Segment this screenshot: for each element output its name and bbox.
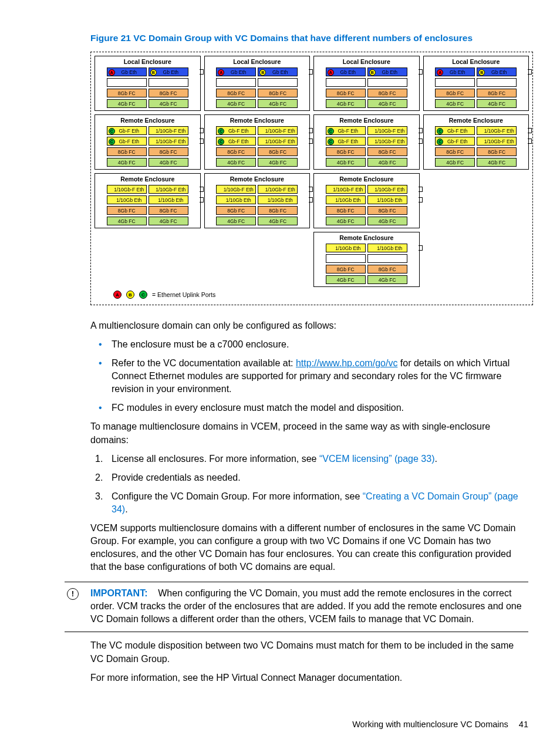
uplink-port: C [437, 128, 443, 134]
enclosure: Remote EnclosureCGb-F Eth1/10Gb-F EthCGb… [204, 114, 311, 170]
module-slot: 4Gb FC [258, 217, 298, 225]
module-row: 8Gb FC8Gb FC [97, 147, 198, 156]
module-slot: 1/10Gb-F Eth [149, 137, 188, 146]
legend-dot-c: C [139, 291, 147, 299]
module-slot: 4Gb FC [107, 99, 147, 108]
module-row: 1/10Gb-F Eth1/10Gb-F Eth [316, 185, 417, 194]
enclosure-title: Remote Enclosure [316, 234, 417, 242]
uplink-port: C [437, 139, 443, 145]
module-row [97, 78, 198, 87]
bullet-2: Refer to the VC documentation available … [90, 357, 528, 396]
module-slot: CGb-F Eth [216, 126, 256, 135]
module-slot: 4Gb FC [367, 158, 407, 167]
module-slot: 4Gb FC [149, 217, 188, 225]
module-row [316, 254, 417, 263]
uplink-port: C [218, 128, 224, 134]
important-note: ! IMPORTANT: When configuring the VC Dom… [65, 582, 528, 632]
module-row: AGb EthBGb Eth [316, 67, 417, 76]
module-slot: 8Gb FC [216, 147, 256, 156]
module-slot: 1/10Gb-F Eth [367, 185, 407, 194]
module-row: 4Gb FC4Gb FC [316, 217, 417, 225]
module-slot [216, 78, 256, 87]
module-slot: 4Gb FC [477, 99, 517, 108]
module-slot: 1/10Gb-F Eth [326, 185, 366, 194]
module-slot: 4Gb FC [367, 275, 407, 284]
vc-doc-link[interactable]: http://www.hp.com/go/vc [296, 358, 397, 368]
module-slot: BGb Eth [149, 67, 188, 76]
module-slot: CGb-F Eth [435, 126, 475, 135]
module-slot: AGb Eth [107, 67, 147, 76]
domain-column: Local EnclosureAGb EthBGb Eth8Gb FC8Gb F… [204, 56, 311, 287]
module-row: CGb-F Eth1/10Gb-F Eth [426, 126, 527, 135]
module-slot: 1/10Gb-F Eth [216, 185, 256, 194]
module-slot: 4Gb FC [326, 99, 366, 108]
module-slot: 1/10Gb-F Eth [258, 137, 298, 146]
module-row: CGb-F Eth1/10Gb-F Eth [97, 137, 198, 146]
module-slot: BGb Eth [258, 67, 298, 76]
module-slot: 4Gb FC [216, 217, 256, 225]
module-row: 8Gb FC8Gb FC [97, 206, 198, 215]
module-slot: BGb Eth [477, 67, 517, 76]
xref-licensing[interactable]: “VCEM licensing” (page 33) [319, 454, 435, 464]
enclosure: Local EnclosureAGb EthBGb Eth8Gb FC8Gb F… [95, 56, 201, 111]
module-row: 8Gb FC8Gb FC [426, 147, 527, 156]
module-row: 4Gb FC4Gb FC [426, 158, 527, 167]
module-slot: 1/10Gb Eth [216, 195, 256, 204]
step-3-pre: Configure the VC Domain Group. For more … [112, 491, 363, 501]
module-slot [477, 78, 517, 87]
module-row: 8Gb FC8Gb FC [207, 89, 308, 97]
enclosure: Remote Enclosure1/10Gb-F Eth1/10Gb-F Eth… [95, 173, 201, 228]
uplink-port: C [328, 128, 334, 134]
module-slot: 8Gb FC [149, 89, 188, 97]
module-slot: 8Gb FC [216, 206, 256, 215]
module-slot: 4Gb FC [216, 158, 256, 167]
uplink-port: C [109, 139, 115, 145]
module-slot: 4Gb FC [107, 158, 147, 167]
module-slot: 1/10Gb-F Eth [258, 126, 298, 135]
module-slot: 1/10Gb Eth [326, 195, 366, 204]
module-row: CGb-F Eth1/10Gb-F Eth [207, 126, 308, 135]
module-row: 1/10Gb-F Eth1/10Gb-F Eth [97, 185, 198, 194]
bullet-2-pre: Refer to the VC documentation available … [112, 358, 296, 368]
module-slot: 4Gb FC [435, 99, 475, 108]
module-row: 4Gb FC4Gb FC [97, 158, 198, 167]
enclosure: Local EnclosureAGb EthBGb Eth8Gb FC8Gb F… [423, 56, 529, 111]
module-slot: 1/10Gb-F Eth [477, 126, 517, 135]
para-5: For more information, see the HP Virtual… [90, 671, 528, 684]
module-row: 4Gb FC4Gb FC [207, 99, 308, 108]
module-slot: 1/10Gb-F Eth [149, 126, 188, 135]
uplink-port: C [328, 139, 334, 145]
module-row [426, 78, 527, 87]
module-row: 8Gb FC8Gb FC [207, 206, 308, 215]
footer-page: 41 [519, 720, 528, 729]
module-row: CGb-F Eth1/10Gb-F Eth [207, 137, 308, 146]
enclosure: Remote Enclosure1/10Gb-F Eth1/10Gb-F Eth… [313, 173, 420, 228]
step-1-pre: License all enclosures. For more informa… [112, 454, 319, 464]
module-slot: 8Gb FC [107, 147, 147, 156]
module-row: 4Gb FC4Gb FC [97, 217, 198, 225]
module-slot [367, 254, 407, 263]
module-slot: CGb-F Eth [326, 137, 366, 146]
module-slot: 8Gb FC [258, 147, 298, 156]
module-slot: 4Gb FC [107, 217, 147, 225]
step-3: Configure the VC Domain Group. For more … [90, 490, 528, 516]
module-slot: 8Gb FC [367, 89, 407, 97]
module-row: 8Gb FC8Gb FC [97, 89, 198, 97]
module-slot: 1/10Gb Eth [367, 244, 407, 252]
module-slot: AGb Eth [435, 67, 475, 76]
module-row: 1/10Gb Eth1/10Gb Eth [316, 244, 417, 252]
module-slot: CGb-F Eth [107, 126, 147, 135]
enclosure: Remote EnclosureCGb-F Eth1/10Gb-F EthCGb… [423, 114, 529, 170]
footer-section: Working with multienclosure VC Domains [352, 720, 508, 729]
module-slot: 1/10Gb-F Eth [367, 126, 407, 135]
enclosure-title: Local Enclosure [207, 58, 308, 66]
module-row: 4Gb FC4Gb FC [316, 158, 417, 167]
module-slot: BGb Eth [367, 67, 407, 76]
domain-column: Local EnclosureAGb EthBGb Eth8Gb FC8Gb F… [313, 56, 420, 287]
enclosure-title: Remote Enclosure [97, 175, 198, 183]
module-slot: 4Gb FC [258, 158, 298, 167]
uplink-port: B [150, 69, 157, 76]
uplink-port: A [437, 69, 443, 76]
uplink-port: B [369, 69, 376, 76]
module-slot [326, 254, 366, 263]
